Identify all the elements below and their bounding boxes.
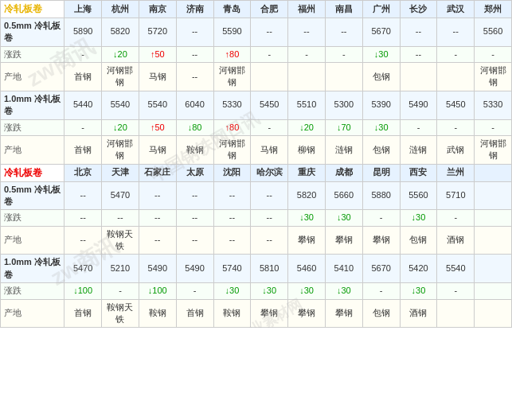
s1-row-2: 产地 首钢河钢邯钢马钢--河钢邯钢包钢河钢邯钢 — [1, 62, 512, 91]
s1-row-label-2: 产地 — [1, 62, 64, 91]
s1-cell-5-2: 马钢 — [139, 135, 176, 164]
s2-cell-2-3: -- — [176, 226, 213, 255]
s1-cell-5-10: 武钢 — [437, 135, 475, 164]
s2-cell-5-3: 首钢 — [176, 299, 213, 328]
s1-cell-1-10: - — [437, 46, 475, 62]
s1-cell-1-3: -- — [176, 46, 213, 62]
s1-cell-3-9: 5490 — [400, 91, 437, 119]
s2-cell-3-8: 5670 — [362, 255, 400, 283]
s2-cell-1-5: -- — [251, 210, 288, 226]
city2-header-6: 重庆 — [288, 164, 326, 181]
s2-cell-5-0: 首钢 — [64, 299, 102, 328]
s2-cell-2-5: -- — [251, 226, 288, 255]
s1-cell-2-6 — [288, 62, 326, 91]
s2-row-3: 1.0mm 冷轧板卷 54705210549054905740581054605… — [1, 255, 512, 283]
s1-cell-3-5: 5450 — [251, 91, 288, 119]
s2-cell-1-7: ↓30 — [325, 210, 362, 226]
city2-header-4: 沈阳 — [213, 164, 251, 181]
s2-cell-4-2: ↓100 — [139, 283, 176, 299]
s2-cell-0-6: 5820 — [288, 181, 326, 210]
s1-cell-0-11: 5560 — [475, 18, 512, 46]
s2-cell-0-0: -- — [64, 181, 102, 210]
s1-cell-1-8: ↓30 — [362, 46, 400, 62]
s1-cell-2-4: 河钢邯钢 — [213, 62, 251, 91]
city2-header-10: 兰州 — [437, 164, 475, 181]
s2-cell-5-4: 鞍钢 — [213, 299, 251, 328]
s1-cell-3-8: 5390 — [362, 91, 400, 119]
city-header-3: 济南 — [176, 1, 213, 18]
s1-cell-2-1: 河钢邯钢 — [102, 62, 139, 91]
city-header-5: 合肥 — [251, 1, 288, 18]
s2-cell-5-1: 鞍钢天铁 — [102, 299, 139, 328]
s2-row-label-0: 0.5mm 冷轧板卷 — [1, 181, 64, 210]
s1-cell-4-5: - — [251, 119, 288, 135]
s1-row-label-1: 涨跌 — [1, 46, 64, 62]
city2-header-2: 石家庄 — [139, 164, 176, 181]
s2-cell-4-0: ↓100 — [64, 283, 102, 299]
s2-cell-5-extra — [475, 299, 512, 328]
s2-cell-1-2: -- — [139, 210, 176, 226]
s1-cell-5-9: 涟钢 — [400, 135, 437, 164]
s2-cell-4-9: ↓30 — [400, 283, 437, 299]
city2-header-9: 西安 — [400, 164, 437, 181]
s1-row-4: 涨跌 -↓20↑50↓80↑80-↓20↓70↓30--- — [1, 119, 512, 135]
s2-cell-2-extra — [475, 226, 512, 255]
s1-cell-4-10: - — [437, 119, 475, 135]
s2-cell-1-3: -- — [176, 210, 213, 226]
section2-label: 冷轧板卷 — [1, 164, 64, 181]
s1-cell-3-3: 6040 — [176, 91, 213, 119]
city2-header-1: 天津 — [102, 164, 139, 181]
s2-cell-0-10: 5710 — [437, 181, 475, 210]
city-header-9: 长沙 — [400, 1, 437, 18]
city2-header-5: 哈尔滨 — [251, 164, 288, 181]
s1-cell-5-7: 涟钢 — [325, 135, 362, 164]
s1-cell-0-0: 5890 — [64, 18, 102, 46]
main-container: zw商讯 中国钢铁网日讯 zw商讯 中国企业素材网 冷轧板卷 上海杭州南京济南青… — [0, 0, 512, 328]
s2-cell-4-3: - — [176, 283, 213, 299]
s1-cell-4-11: - — [475, 119, 512, 135]
city-header-8: 广州 — [362, 1, 400, 18]
s1-cell-3-7: 5300 — [325, 91, 362, 119]
s1-cell-0-1: 5820 — [102, 18, 139, 46]
s1-cell-1-5: - — [251, 46, 288, 62]
s1-cell-5-1: 河钢邯钢 — [102, 135, 139, 164]
s1-cell-5-6: 柳钢 — [288, 135, 326, 164]
s2-cell-2-4: -- — [213, 226, 251, 255]
s2-cell-1-1: -- — [102, 210, 139, 226]
s1-cell-1-9: -- — [400, 46, 437, 62]
s2-cell-1-10: - — [437, 210, 475, 226]
s1-cell-3-4: 5330 — [213, 91, 251, 119]
s2-cell-5-2: 鞍钢 — [139, 299, 176, 328]
s1-cell-5-3: 鞍钢 — [176, 135, 213, 164]
s1-cell-2-0: 首钢 — [64, 62, 102, 91]
s1-cell-2-8: 包钢 — [362, 62, 400, 91]
s2-cell-3-3: 5490 — [176, 255, 213, 283]
s2-cell-3-10: 5540 — [437, 255, 475, 283]
s2-cell-0-9: 5560 — [400, 181, 437, 210]
s2-cell-4-7: ↓30 — [325, 283, 362, 299]
s2-cell-1-6: ↓30 — [288, 210, 326, 226]
s1-cell-1-7: - — [325, 46, 362, 62]
s1-cell-5-8: 包钢 — [362, 135, 400, 164]
s1-cell-4-1: ↓20 — [102, 119, 139, 135]
s2-cell-3-6: 5460 — [288, 255, 326, 283]
city-header-2: 南京 — [139, 1, 176, 18]
s1-cell-2-11: 河钢邯钢 — [475, 62, 512, 91]
city-header-6: 福州 — [288, 1, 326, 18]
s2-cell-5-7: 攀钢 — [325, 299, 362, 328]
s1-row-label-5: 产地 — [1, 135, 64, 164]
s1-cell-2-5 — [251, 62, 288, 91]
s2-cell-3-0: 5470 — [64, 255, 102, 283]
s2-cell-5-9: 酒钢 — [400, 299, 437, 328]
s1-row-label-0: 0.5mm 冷轧板卷 — [1, 18, 64, 46]
s2-cell-0-1: 5470 — [102, 181, 139, 210]
s1-cell-0-5: -- — [251, 18, 288, 46]
s1-cell-1-6: - — [288, 46, 326, 62]
s2-cell-0-5: -- — [251, 181, 288, 210]
s2-cell-3-7: 5410 — [325, 255, 362, 283]
city-header-1: 杭州 — [102, 1, 139, 18]
s2-cell-0-4: -- — [213, 181, 251, 210]
s1-row-label-3: 1.0mm 冷轧板卷 — [1, 91, 64, 119]
s2-cell-4-4: ↓30 — [213, 283, 251, 299]
s2-cell-3-9: 5420 — [400, 255, 437, 283]
